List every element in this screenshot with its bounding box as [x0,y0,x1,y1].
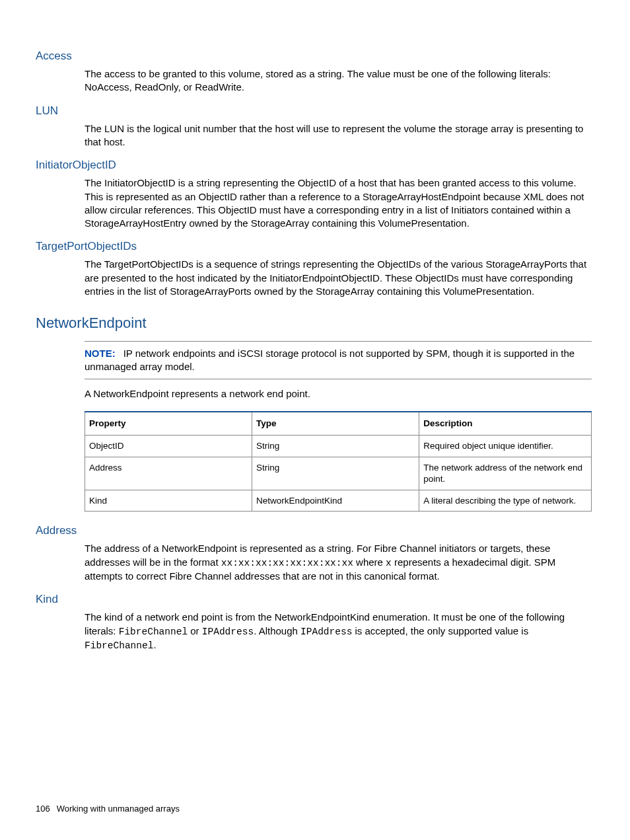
cell-property: Address [85,457,252,490]
heading-kind: Kind [36,592,592,607]
page-footer: 106Working with unmanaged arrays [36,804,180,815]
text: . [153,639,156,650]
heading-access: Access [36,49,592,63]
body-lun: The LUN is the logical unit number that … [85,122,592,149]
code-fibrechannel2: FibreChannel [85,640,153,651]
body-targetport: The TargetPortObjectIDs is a sequence of… [85,258,592,298]
cell-type: String [252,457,419,490]
cell-type: String [252,436,419,457]
code-ipaddress2: IPAddress [300,627,352,637]
body-address: The address of a NetworkEndpoint is repr… [85,542,592,583]
note-label: NOTE: [85,348,116,359]
code-fibrechannel: FibreChannel [119,627,188,637]
code-fcaddr: xx:xx:xx:xx:xx:xx:xx:xx [221,558,353,568]
text: where [353,556,386,568]
chapter-title: Working with unmanaged arrays [57,804,180,814]
cell-type: NetworkEndpointKind [252,490,419,512]
table-header-row: Property Type Description [85,412,592,435]
heading-lun: LUN [36,104,592,118]
col-property: Property [85,412,252,435]
heading-initiator: InitiatorObjectID [36,158,592,172]
cell-description: Required object unique identifier. [419,436,592,457]
col-description: Description [419,412,592,435]
cell-description: A literal describing the type of network… [419,490,592,512]
properties-table: Property Type Description ObjectID Strin… [85,411,592,512]
body-networkendpoint-intro: A NetworkEndpoint represents a network e… [85,387,592,401]
table-row: Address String The network address of th… [85,457,592,490]
heading-networkendpoint: NetworkEndpoint [36,314,592,333]
code-ipaddress: IPAddress [202,627,254,637]
cell-property: ObjectID [85,436,252,457]
table-row: Kind NetworkEndpointKind A literal descr… [85,490,592,512]
code-x: x [386,558,392,568]
cell-property: Kind [85,490,252,512]
heading-address: Address [36,523,592,538]
body-initiator: The InitiatorObjectID is a string repres… [85,176,592,230]
text: or [188,625,202,636]
text: . Although [254,625,300,636]
note-body: IP network endpoints and iSCSI storage p… [85,348,575,372]
heading-targetport: TargetPortObjectIDs [36,239,592,254]
table-row: ObjectID String Required object unique i… [85,436,592,457]
cell-description: The network address of the network end p… [419,457,592,490]
text: is accepted, the only supported value is [352,625,528,636]
col-type: Type [252,412,419,435]
body-kind: The kind of a network end point is from … [85,611,592,652]
body-access: The access to be granted to this volume,… [85,67,592,95]
note-block: NOTE:IP network endpoints and iSCSI stor… [85,341,592,380]
page-number: 106 [36,804,50,814]
